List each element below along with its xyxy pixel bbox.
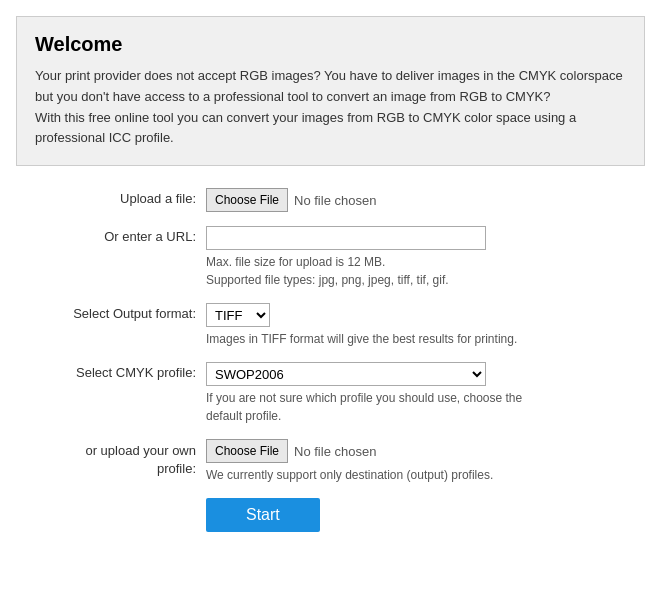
choose-file-button-1[interactable]: Choose File xyxy=(206,188,288,212)
url-control: Max. file size for upload is 12 MB. Supp… xyxy=(206,226,635,289)
max-file-size-text: Max. file size for upload is 12 MB. xyxy=(206,253,635,271)
output-format-label: Select Output format: xyxy=(26,303,206,321)
no-file-text-1: No file chosen xyxy=(294,193,376,208)
url-row: Or enter a URL: Max. file size for uploa… xyxy=(26,226,635,289)
file-input-wrapper-2: Choose File No file chosen xyxy=(206,439,635,463)
cmyk-profile-hint: If you are not sure which profile you sh… xyxy=(206,389,635,425)
own-profile-label: or upload your own profile: xyxy=(26,439,206,478)
welcome-box: Welcome Your print provider does not acc… xyxy=(16,16,645,166)
own-profile-label-1: or upload your own xyxy=(85,443,196,458)
welcome-text: Your print provider does not accept RGB … xyxy=(35,66,626,149)
welcome-text-content: Your print provider does not accept RGB … xyxy=(35,68,623,145)
welcome-title: Welcome xyxy=(35,33,626,56)
own-profile-label-2: profile: xyxy=(157,461,196,476)
supported-types-text: Supported file types: jpg, png, jpeg, ti… xyxy=(206,271,635,289)
cmyk-profile-control: SWOP2006 ISOcoated_v2 PSO_Coated_NPscree… xyxy=(206,362,635,425)
cmyk-profile-hint-2: default profile. xyxy=(206,409,281,423)
start-button-area: Start xyxy=(26,498,635,532)
cmyk-profile-select[interactable]: SWOP2006 ISOcoated_v2 PSO_Coated_NPscree… xyxy=(206,362,486,386)
upload-file-label: Upload a file: xyxy=(26,188,206,206)
upload-file-control: Choose File No file chosen xyxy=(206,188,635,212)
output-format-select-wrapper: TIFF JPEG PNG xyxy=(206,303,635,327)
own-profile-row: or upload your own profile: Choose File … xyxy=(26,439,635,484)
file-size-hint: Max. file size for upload is 12 MB. Supp… xyxy=(206,253,635,289)
upload-file-row: Upload a file: Choose File No file chose… xyxy=(26,188,635,212)
output-format-row: Select Output format: TIFF JPEG PNG Imag… xyxy=(26,303,635,348)
url-label: Or enter a URL: xyxy=(26,226,206,244)
output-format-control: TIFF JPEG PNG Images in TIFF format will… xyxy=(206,303,635,348)
output-format-select[interactable]: TIFF JPEG PNG xyxy=(206,303,270,327)
no-file-text-2: No file chosen xyxy=(294,444,376,459)
url-input[interactable] xyxy=(206,226,486,250)
choose-file-button-2[interactable]: Choose File xyxy=(206,439,288,463)
cmyk-profile-hint-1: If you are not sure which profile you sh… xyxy=(206,391,522,405)
cmyk-profile-row: Select CMYK profile: SWOP2006 ISOcoated_… xyxy=(26,362,635,425)
file-input-wrapper-1: Choose File No file chosen xyxy=(206,188,635,212)
own-profile-hint: We currently support only destination (o… xyxy=(206,466,635,484)
cmyk-profile-select-wrapper: SWOP2006 ISOcoated_v2 PSO_Coated_NPscree… xyxy=(206,362,635,386)
output-format-hint: Images in TIFF format will give the best… xyxy=(206,330,635,348)
cmyk-profile-label: Select CMYK profile: xyxy=(26,362,206,380)
own-profile-control: Choose File No file chosen We currently … xyxy=(206,439,635,484)
form-area: Upload a file: Choose File No file chose… xyxy=(16,188,645,532)
start-button[interactable]: Start xyxy=(206,498,320,532)
